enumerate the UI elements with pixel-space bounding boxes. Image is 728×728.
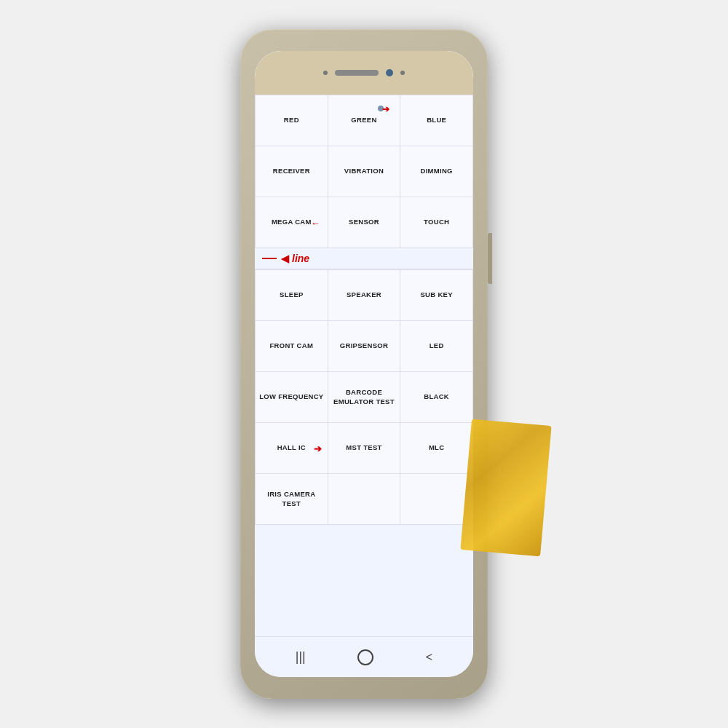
bottom-nav-bar: ||| < — [255, 636, 473, 677]
recent-apps-button[interactable]: ||| — [296, 649, 306, 665]
phone-device: RED GREEN ➔ BLUE RECEIVER VIBRATION — [240, 29, 488, 699]
menu-item-mega-cam[interactable]: MEGA CAM ← — [256, 197, 328, 248]
menu-item-barcode-emulator[interactable]: BARCODEEMULATOR TEST — [328, 372, 401, 423]
line-bar-icon — [262, 258, 277, 259]
proximity-sensor — [400, 71, 405, 75]
menu-item-iris-camera[interactable]: IRIS CAMERATEST — [256, 474, 328, 525]
line-annotation: ◀ line — [255, 248, 473, 269]
menu-item-green[interactable]: GREEN ➔ — [328, 95, 401, 146]
menu-item-sub-key[interactable]: SUB KEY — [400, 270, 473, 321]
mega-cam-arrow-icon: ← — [311, 217, 320, 228]
phone-screen: RED GREEN ➔ BLUE RECEIVER VIBRATION — [255, 51, 473, 677]
menu-item-empty2 — [400, 474, 473, 525]
menu-item-speaker[interactable]: SPEAKER — [328, 270, 401, 321]
menu-item-dimming[interactable]: DIMMING — [400, 146, 473, 197]
flex-ribbon-cable — [460, 419, 551, 557]
menu-item-led[interactable]: LED — [400, 321, 473, 372]
menu-item-receiver[interactable]: RECEIVER — [256, 146, 328, 197]
home-circle-icon — [357, 649, 373, 665]
menu-item-black[interactable]: BLACK — [400, 372, 473, 423]
hall-ic-arrow-icon: ➔ — [314, 443, 322, 454]
back-button[interactable]: < — [426, 651, 432, 664]
front-camera-dot — [386, 69, 393, 76]
speaker-grille — [335, 70, 379, 76]
menu-item-touch[interactable]: TOUCH — [400, 197, 473, 248]
menu-item-mst-test[interactable]: MST TEST — [328, 423, 401, 474]
menu-grid-bottom: SLEEP SPEAKER SUB KEY FRONT CAM GRIPSENS… — [255, 269, 473, 525]
menu-item-empty1 — [328, 474, 401, 525]
menu-item-mlc[interactable]: MLC — [400, 423, 473, 474]
line-arrow-icon: ◀ — [281, 253, 289, 264]
menu-item-sensor[interactable]: SENSOR — [328, 197, 401, 248]
menu-item-low-frequency[interactable]: LOW FREQUENCY — [256, 372, 328, 423]
phone-top-bar — [255, 51, 473, 95]
menu-item-vibration[interactable]: VIBRATION — [328, 146, 401, 197]
screen-content: RED GREEN ➔ BLUE RECEIVER VIBRATION — [255, 95, 473, 636]
front-sensor-dot — [323, 71, 328, 75]
menu-item-red[interactable]: RED — [256, 95, 328, 146]
menu-grid-top: RED GREEN ➔ BLUE RECEIVER VIBRATION — [255, 95, 473, 248]
vibration-arrow-icon: ➔ — [382, 104, 389, 114]
home-button[interactable] — [357, 649, 373, 665]
menu-item-blue[interactable]: BLUE — [400, 95, 473, 146]
menu-item-sleep[interactable]: SLEEP — [256, 270, 328, 321]
menu-item-front-cam[interactable]: FRONT CAM — [256, 321, 328, 372]
menu-item-gripsensor[interactable]: GRIPSENSOR — [328, 321, 401, 372]
power-button[interactable] — [488, 233, 492, 284]
menu-item-hall-ic[interactable]: HALL IC ➔ — [256, 423, 328, 474]
